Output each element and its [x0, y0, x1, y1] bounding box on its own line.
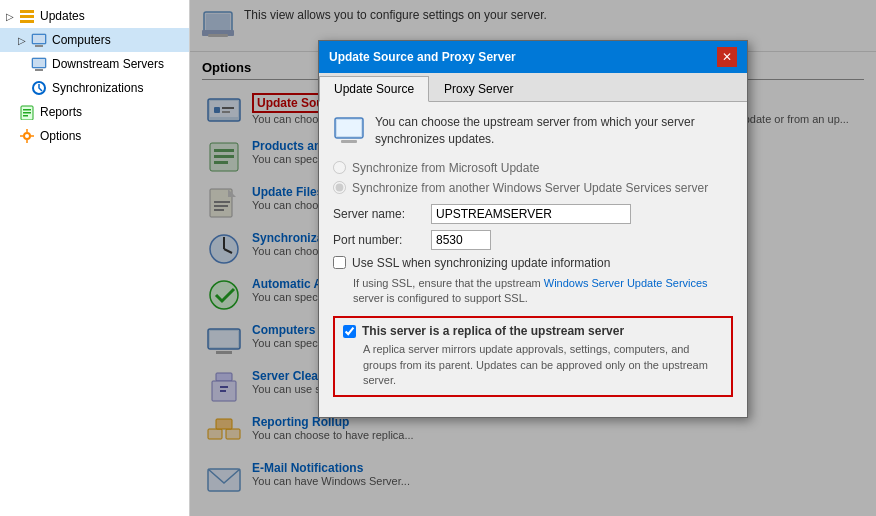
- downstream-icon: [30, 55, 48, 73]
- radio-group: Synchronize from Microsoft Update Synchr…: [333, 158, 733, 198]
- dialog-titlebar: Update Source and Proxy Server ✕: [319, 41, 747, 73]
- sidebar-item-sync[interactable]: ▷ Synchronizations: [0, 76, 189, 100]
- svg-rect-55: [341, 140, 357, 143]
- svg-rect-5: [33, 35, 45, 43]
- replica-checkbox-row[interactable]: This server is a replica of the upstream…: [343, 324, 723, 338]
- server-name-label: Server name:: [333, 207, 423, 221]
- tab-proxy-server[interactable]: Proxy Server: [429, 76, 528, 101]
- sidebar: ▷ Updates ▷ Computers ▷ Downstream Serve…: [0, 0, 190, 516]
- dialog-title: Update Source and Proxy Server: [329, 50, 516, 64]
- svg-rect-0: [20, 10, 34, 13]
- replica-desc: A replica server mirrors update approval…: [343, 342, 723, 388]
- dialog-body: You can choose the upstream server from …: [319, 102, 747, 417]
- replica-checkbox[interactable]: [343, 325, 356, 338]
- dialog-intro: You can choose the upstream server from …: [333, 114, 733, 148]
- computers-icon: [30, 31, 48, 49]
- svg-rect-2: [20, 20, 34, 23]
- ssl-checkbox-row[interactable]: Use SSL when synchronizing update inform…: [333, 256, 733, 270]
- reports-icon: [18, 103, 36, 121]
- ssl-checkbox-label: Use SSL when synchronizing update inform…: [352, 256, 610, 270]
- sidebar-label-updates: Updates: [40, 9, 85, 23]
- port-number-input[interactable]: [431, 230, 491, 250]
- arrow-icon-computers: ▷: [18, 35, 30, 46]
- sidebar-label-reports: Reports: [40, 105, 82, 119]
- sidebar-item-options[interactable]: ▷ Options: [0, 124, 189, 148]
- updates-icon: [18, 7, 36, 25]
- dialog-intro-icon: [333, 114, 365, 146]
- svg-rect-4: [35, 45, 43, 47]
- options-icon: [18, 127, 36, 145]
- port-number-row: Port number:: [333, 230, 733, 250]
- radio-wsus-input[interactable]: [333, 181, 346, 194]
- ssl-note: If using SSL, ensure that the upstream W…: [333, 276, 733, 307]
- sync-icon: [30, 79, 48, 97]
- server-name-input[interactable]: [431, 204, 631, 224]
- svg-rect-11: [23, 109, 31, 111]
- radio-wsus[interactable]: Synchronize from another Windows Server …: [333, 178, 733, 198]
- ssl-wsus-link[interactable]: Windows Server Update Services: [544, 277, 708, 289]
- sidebar-item-updates[interactable]: ▷ Updates: [0, 4, 189, 28]
- svg-rect-12: [23, 112, 31, 114]
- server-name-row: Server name:: [333, 204, 733, 224]
- main-content: This view allows you to configure settin…: [190, 0, 876, 516]
- radio-ms-update-label: Synchronize from Microsoft Update: [352, 161, 539, 175]
- sidebar-label-sync: Synchronizations: [52, 81, 143, 95]
- tab-update-source[interactable]: Update Source: [319, 76, 429, 102]
- sidebar-label-downstream: Downstream Servers: [52, 57, 164, 71]
- svg-rect-13: [23, 115, 28, 117]
- svg-point-14: [24, 133, 30, 139]
- arrow-icon: ▷: [6, 11, 18, 22]
- ssl-checkbox[interactable]: [333, 256, 346, 269]
- radio-ms-update[interactable]: Synchronize from Microsoft Update: [333, 158, 733, 178]
- radio-wsus-label: Synchronize from another Windows Server …: [352, 181, 708, 195]
- sidebar-item-downstream[interactable]: ▷ Downstream Servers: [0, 52, 189, 76]
- sidebar-item-reports[interactable]: ▷ Reports: [0, 100, 189, 124]
- dialog-close-button[interactable]: ✕: [717, 47, 737, 67]
- svg-rect-8: [35, 69, 43, 71]
- radio-ms-update-input[interactable]: [333, 161, 346, 174]
- dialog-overlay: Update Source and Proxy Server ✕ Update …: [190, 0, 876, 516]
- port-number-label: Port number:: [333, 233, 423, 247]
- sidebar-label-computers: Computers: [52, 33, 111, 47]
- sidebar-label-options: Options: [40, 129, 81, 143]
- replica-section: This server is a replica of the upstream…: [333, 316, 733, 396]
- dialog-intro-text: You can choose the upstream server from …: [375, 114, 733, 148]
- svg-rect-7: [33, 59, 45, 67]
- replica-checkbox-label: This server is a replica of the upstream…: [362, 324, 624, 338]
- svg-rect-54: [337, 120, 361, 136]
- sidebar-item-computers[interactable]: ▷ Computers: [0, 28, 189, 52]
- svg-rect-1: [20, 15, 34, 18]
- dialog-tabs: Update Source Proxy Server: [319, 73, 747, 102]
- dialog-update-source: Update Source and Proxy Server ✕ Update …: [318, 40, 748, 418]
